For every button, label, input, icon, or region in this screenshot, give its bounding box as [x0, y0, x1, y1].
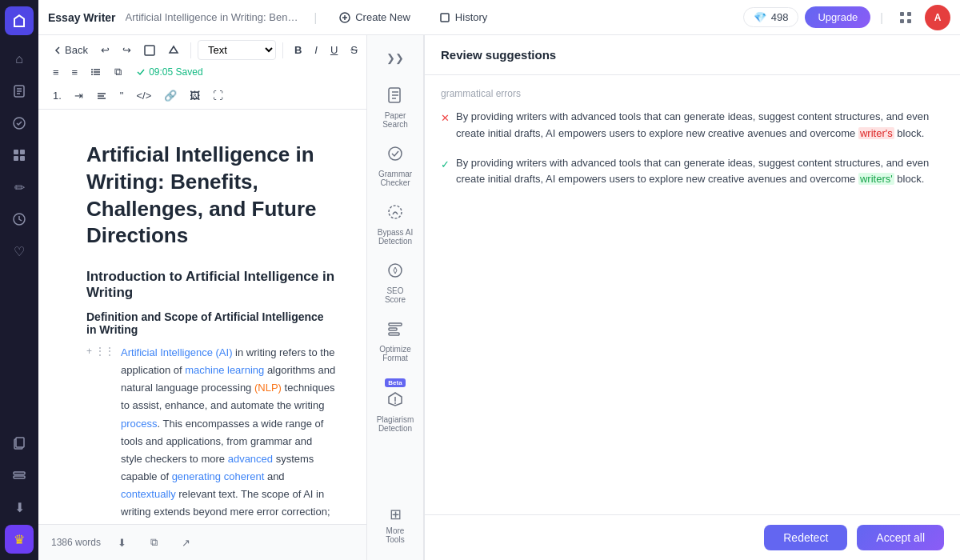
para-1[interactable]: Artificial Intelligence (AI) in writing … — [121, 344, 336, 524]
copy-doc-button[interactable]: ⧉ — [142, 531, 165, 554]
svg-marker-23 — [170, 46, 178, 53]
document-icon[interactable] — [5, 77, 34, 106]
nav-divider1: | — [314, 11, 318, 24]
align-center-button[interactable]: ≡ — [67, 64, 83, 81]
history-button[interactable]: History — [430, 6, 497, 28]
editor-main: Back ↩ ↪ Text Heading 1 Heading 2 Headin… — [38, 35, 384, 560]
download-icon[interactable]: ⬇ — [5, 493, 34, 522]
svg-rect-6 — [20, 150, 25, 154]
check-circle-icon[interactable] — [5, 109, 34, 138]
error-word-1: writer's — [858, 127, 894, 139]
collapse-panel-button[interactable]: ❯❯ — [382, 45, 408, 70]
add-bullet-icon[interactable]: + — [86, 346, 92, 357]
review-header: Review suggestions — [425, 35, 960, 75]
app-logo-icon[interactable] — [5, 6, 34, 35]
svg-point-37 — [389, 147, 402, 160]
optimize-format-button[interactable]: Optimize Format — [373, 314, 418, 369]
top-nav: Essay Writer Artificial Intelligence in … — [38, 0, 960, 35]
bullet-item-1: + ⋮⋮ Artificial Intelligence (AI) in wri… — [86, 344, 336, 524]
bullet-controls: + ⋮⋮ — [86, 344, 114, 524]
user-avatar[interactable]: A — [925, 5, 950, 30]
svg-rect-40 — [389, 323, 402, 326]
list-button[interactable] — [86, 64, 106, 80]
svg-point-29 — [91, 74, 93, 75]
download-doc-button[interactable]: ⬇ — [110, 531, 133, 554]
svg-point-44 — [394, 402, 396, 404]
plagiarism-detection-button[interactable]: Beta Plagiarism Detection — [373, 372, 418, 439]
plagiarism-icon — [386, 390, 404, 412]
highlight-contextually: contextually — [121, 488, 176, 500]
svg-point-28 — [91, 71, 93, 73]
underline-button[interactable]: U — [326, 42, 342, 58]
svg-rect-8 — [20, 156, 25, 161]
grammar-checker-button[interactable]: Grammar Checker — [373, 138, 418, 194]
suggestion-text-1: By providing writers with advanced tools… — [456, 109, 944, 142]
heart-icon[interactable]: ♡ — [5, 237, 34, 266]
erase-icon — [168, 45, 179, 56]
svg-rect-17 — [441, 14, 449, 22]
upgrade-button[interactable]: Upgrade — [805, 6, 870, 28]
crown-icon[interactable]: ♛ — [5, 525, 34, 554]
grid-icon[interactable] — [5, 141, 34, 170]
highlight-generating: generating — [172, 470, 221, 482]
bypass-ai-icon — [386, 203, 404, 225]
bold-button[interactable]: B — [290, 42, 306, 58]
template-button[interactable] — [139, 42, 160, 58]
seo-score-button[interactable]: SEO Score — [373, 255, 418, 310]
text-format-select[interactable]: Text Heading 1 Heading 2 Heading 3 — [198, 40, 276, 60]
svg-point-39 — [389, 264, 402, 277]
share-doc-button[interactable]: ↗ — [174, 531, 197, 554]
layers-icon[interactable] — [5, 461, 34, 490]
beta-badge: Beta — [385, 378, 405, 387]
italic-button[interactable]: I — [310, 42, 322, 58]
sidebar-left: ⌂ ✏ ♡ ⬇ ♛ — [0, 0, 38, 560]
paper-search-button[interactable]: Paper Search — [373, 80, 418, 135]
apps-icon[interactable] — [893, 5, 918, 30]
expand-button[interactable]: ⛶ — [208, 87, 228, 104]
code-button[interactable]: </> — [131, 87, 156, 104]
accept-all-button[interactable]: Accept all — [857, 525, 944, 550]
highlight-ml: machine learning — [185, 364, 264, 376]
files-icon[interactable] — [5, 429, 34, 458]
home-icon[interactable]: ⌂ — [5, 45, 34, 74]
link-button[interactable]: 🔗 — [159, 87, 182, 104]
accept-icon-2[interactable]: ✓ — [441, 157, 450, 189]
align-left-button[interactable]: ≡ — [48, 64, 64, 81]
toolbar-divider1 — [190, 42, 191, 58]
ordered-list-button[interactable]: 1. — [48, 87, 66, 104]
bypass-ai-button[interactable]: Bypass AI Detection — [373, 197, 418, 252]
app-name: Essay Writer — [48, 11, 116, 24]
redo-button[interactable]: ↪ — [118, 42, 136, 58]
clock-icon[interactable] — [5, 205, 34, 234]
editor-content[interactable]: Artificial Intelligence in Writing: Bene… — [38, 110, 384, 524]
quote-button[interactable]: " — [115, 87, 129, 104]
create-new-button[interactable]: Create New — [330, 6, 420, 28]
save-check-icon — [136, 67, 146, 77]
svg-rect-7 — [14, 156, 18, 161]
more-tools-button[interactable]: ⊞ More Tools — [373, 499, 418, 550]
review-panel: Review suggestions grammatical errors ✕ … — [424, 35, 960, 560]
reject-icon-1[interactable]: ✕ — [441, 110, 450, 142]
template-icon — [144, 45, 155, 56]
align-icon — [96, 90, 107, 102]
edit-icon[interactable]: ✏ — [5, 173, 34, 202]
highlight-process: process — [121, 418, 158, 430]
undo-button[interactable]: ↩ — [96, 42, 114, 58]
svg-rect-20 — [900, 19, 904, 23]
svg-rect-5 — [14, 150, 18, 154]
review-body: grammatical errors ✕ By providing writer… — [425, 75, 960, 514]
suggestion-item-2: ✓ By providing writers with advanced too… — [441, 155, 944, 189]
erase-button[interactable] — [163, 42, 184, 58]
text-align-btn[interactable] — [91, 87, 112, 104]
image-button[interactable]: 🖼 — [185, 87, 205, 104]
copy-button[interactable]: ⧉ — [110, 63, 126, 81]
indent-button[interactable]: ⇥ — [70, 87, 88, 104]
right-tools-panel: ❯❯ Paper Search Grammar Checker Bypass A… — [366, 35, 424, 560]
list-icon — [90, 66, 102, 78]
drag-handle-icon[interactable]: ⋮⋮ — [95, 346, 114, 357]
redetect-button[interactable]: Redetect — [764, 525, 847, 550]
back-button[interactable]: Back — [48, 42, 93, 58]
strikethrough-button[interactable]: S — [346, 42, 362, 58]
gem-icon: 💎 — [754, 11, 766, 23]
more-tools-icon: ⊞ — [390, 506, 402, 523]
